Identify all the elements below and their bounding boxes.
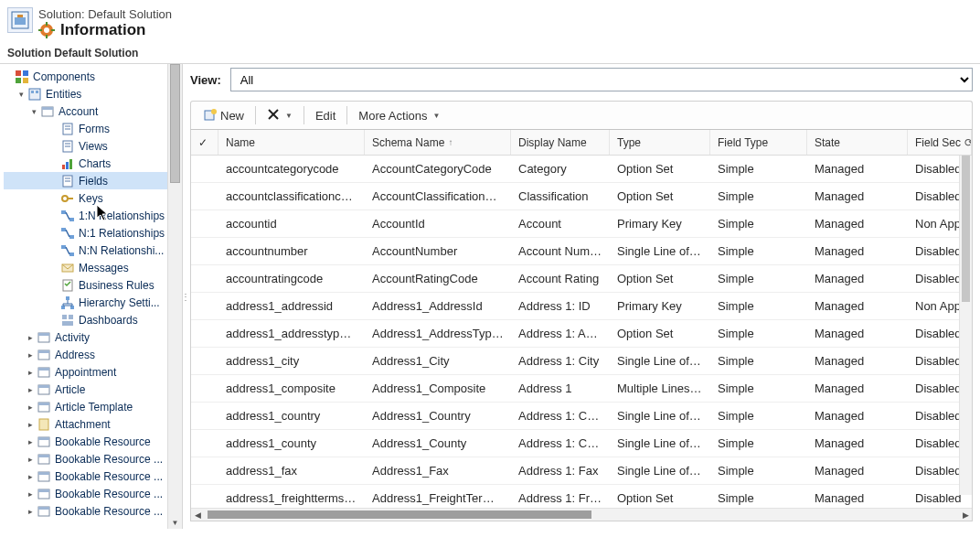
scroll-left-icon[interactable]: ◀ [191,509,204,521]
tree-twisty-icon[interactable]: ▸ [26,489,35,499]
tree-twisty-icon[interactable]: ▸ [26,368,35,377]
tree-twisty-icon[interactable]: ▸ [26,420,35,429]
nav-entity-activity[interactable]: ▸Activity [4,328,167,346]
grid-vertical-scrollbar[interactable] [959,156,972,495]
cell-name: accountclassificationcode [218,189,365,203]
nav-scroll-thumb[interactable] [170,64,180,183]
table-row[interactable]: address1_addresstypecodeAddress1_Address… [191,320,972,348]
tree-node-label: Attachment [55,418,167,431]
col-header[interactable]: Name [218,130,365,155]
tree-twisty-icon[interactable]: ▸ [26,333,35,342]
nav-entity-bookable-resource-[interactable]: ▸Bookable Resource ... [4,485,167,502]
svg-rect-1 [15,17,26,25]
svg-rect-25 [66,162,69,169]
table-row[interactable]: accountratingcodeAccountRatingCodeAccoun… [191,265,972,293]
cell-name: address1_county [218,436,365,450]
tree-twisty-icon[interactable]: ▾ [16,90,26,99]
cell-schema: Address1_AddressTypeCode [365,327,511,340]
svg-rect-68 [38,455,49,457]
chevron-down-icon: ▼ [285,112,293,120]
col-header[interactable]: Display Name [511,130,610,155]
nav-account-views[interactable]: Views [4,137,167,155]
delete-button[interactable]: ▼ [260,105,300,126]
nav-account-messages[interactable]: Messages [4,259,167,276]
nav-account-dashboards[interactable]: Dashboards [4,311,167,328]
nav-account-business-rules[interactable]: Business Rules [4,276,167,294]
svg-rect-6 [46,35,48,38]
tree-twisty-icon[interactable]: ▸ [26,350,35,360]
svg-rect-26 [69,159,72,169]
nav-entity-article-template[interactable]: ▸Article Template [4,398,167,415]
nav-account-forms[interactable]: Forms [4,120,167,137]
nav-entity-bookable-resource-[interactable]: ▸Bookable Resource ... [4,502,167,520]
nav-components[interactable]: Components [4,68,167,85]
new-button[interactable]: New [197,105,251,126]
view-select[interactable]: All [230,68,973,91]
nav-entity-address[interactable]: ▸Address [4,346,167,363]
svg-rect-15 [36,91,38,93]
nav-entity-attachment[interactable]: ▸Attachment [4,415,167,433]
tree-node-label: Business Rules [79,279,167,292]
nav-entity-appointment[interactable]: ▸Appointment [4,363,167,381]
table-row[interactable]: address1_faxAddress1_FaxAddress 1: FaxSi… [191,457,972,485]
cell-display: Classification [511,189,610,203]
more-actions-button[interactable]: More Actions ▼ [351,106,447,125]
tree-twisty-icon[interactable]: ▸ [26,437,35,446]
refresh-icon[interactable]: ⟳ [964,136,972,149]
hier-icon [60,295,75,310]
table-row[interactable]: accountidAccountIdAccountPrimary KeySimp… [191,210,972,238]
table-row[interactable]: address1_countryAddress1_CountryAddress … [191,403,972,430]
col-header[interactable]: Schema Name ↑ [365,130,511,155]
cell-fieldtype: Simple [710,162,807,176]
nav-scrollbar[interactable]: ▲ ▼ [167,64,182,529]
cell-schema: AccountId [365,217,511,231]
scroll-down-icon[interactable]: ▼ [168,516,182,529]
table-row[interactable]: address1_cityAddress1_CityAddress 1: Cit… [191,348,972,375]
svg-rect-14 [31,91,34,93]
nav-entity-bookable-resource[interactable]: ▸Bookable Resource [4,433,167,450]
cell-name: accountratingcode [218,272,365,285]
grid-horizontal-scrollbar[interactable]: ◀ ▶ [191,508,972,521]
table-row[interactable]: address1_countyAddress1_CountyAddress 1:… [191,430,972,457]
col-header[interactable]: Field Sec ⟳ [908,130,972,155]
svg-line-40 [66,247,69,254]
tree-twisty-icon[interactable]: ▸ [26,472,35,481]
col-header[interactable]: Type [610,130,710,155]
solution-title: Solution: Default Solution [38,7,172,21]
nav-account-fields[interactable]: Fields [4,172,167,189]
table-row[interactable]: address1_freighttermscodeAddress1_Freigh… [191,485,972,508]
table-row[interactable]: address1_compositeAddress1_CompositeAddr… [191,375,972,403]
grid-hscroll-thumb[interactable] [208,510,591,519]
cell-type: Option Set [610,189,710,203]
tree-node-label: Bookable Resource ... [55,488,167,500]
tree-twisty-icon[interactable]: ▸ [26,455,35,464]
nav-entity-bookable-resource-[interactable]: ▸Bookable Resource ... [4,450,167,467]
col-checkbox[interactable]: ✓ [191,130,218,155]
table-row[interactable]: accountnumberAccountNumberAccount Number… [191,238,972,265]
tree-twisty-icon[interactable]: ▸ [26,385,35,394]
edit-button[interactable]: Edit [308,106,343,125]
toolbar-sep [346,106,347,124]
tree-twisty-icon[interactable]: ▸ [26,507,35,516]
nav-account-n-1-relationships[interactable]: N:1 Relationships [4,224,167,242]
nav-account-keys[interactable]: Keys [4,189,167,207]
table-row[interactable]: address1_addressidAddress1_AddressIdAddr… [191,293,972,320]
nav-account-1-n-relationships[interactable]: 1:N Relationships [4,207,167,224]
col-header[interactable]: State [807,130,908,155]
nav-entities[interactable]: ▾Entities [4,85,167,102]
nav-entity-bookable-resource-[interactable]: ▸Bookable Resource ... [4,467,167,485]
rel-icon [60,226,75,241]
nav-entity-account[interactable]: ▾Account [4,102,167,120]
scroll-right-icon[interactable]: ▶ [959,509,972,521]
nav-account-charts[interactable]: Charts [4,155,167,172]
table-row[interactable]: accountcategorycodeAccountCategoryCodeCa… [191,156,972,183]
nav-account-hierarchy-setti-[interactable]: Hierarchy Setti... [4,294,167,311]
table-row[interactable]: accountclassificationcodeAccountClassifi… [191,183,972,210]
grid-vscroll-thumb[interactable] [962,156,970,302]
nav-entity-article[interactable]: ▸Article [4,381,167,398]
col-header[interactable]: Field Type [710,130,807,155]
nav-account-n-n-relationshi-[interactable]: N:N Relationshi... [4,242,167,259]
tree-twisty-icon[interactable]: ▸ [26,403,35,412]
header-bar: Solution: Default Solution Information [0,0,980,43]
tree-twisty-icon[interactable]: ▾ [29,107,38,116]
